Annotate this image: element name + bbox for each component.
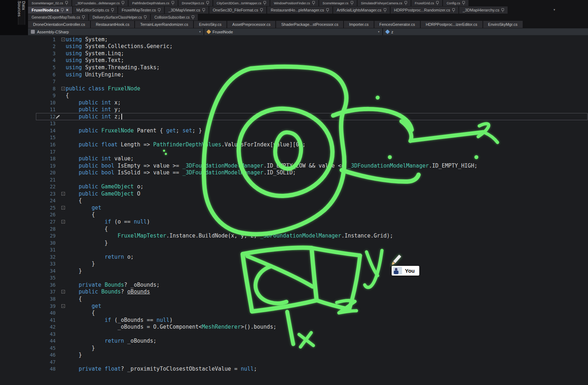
tab-myeditorscripts-cs[interactable]: MyEditorScripts.cs <box>73 6 117 14</box>
tab-scenemanager-cs[interactable]: SceneManager.cs <box>319 0 357 6</box>
tab-artificiallightsmanager-cs[interactable]: ArtificialLightsManager.cs <box>333 6 390 14</box>
code-line-26[interactable]: 26 { <box>0 211 588 219</box>
pin-icon[interactable] <box>312 1 315 5</box>
fold-collapse-icon[interactable]: - <box>61 192 65 196</box>
code-line-31[interactable]: 31 <box>0 246 588 253</box>
line-number[interactable]: 12 <box>0 114 56 119</box>
tab-importer-cs[interactable]: Importer.cs <box>344 21 373 28</box>
code-line-11[interactable]: 11 public int y; <box>0 106 588 113</box>
line-number[interactable]: 37 <box>0 289 56 295</box>
line-number[interactable]: 18 <box>0 156 56 161</box>
code-line-18[interactable]: 18 public int value; <box>0 155 588 162</box>
line-number[interactable]: 33 <box>0 261 56 267</box>
code-line-16[interactable]: 16 public float Length => PathfinderDept… <box>0 141 588 148</box>
tab-fencesgenerator-cs[interactable]: FencesGenerator.cs <box>374 21 420 28</box>
line-number[interactable]: 34 <box>0 268 56 274</box>
tab-restauranthook-cs[interactable]: RestaurantHook.cs <box>91 21 135 28</box>
line-number[interactable]: 10 <box>0 100 56 105</box>
code-line-27[interactable]: 27- if (o == null) <box>0 218 588 225</box>
tab-scenemanager-02-cs[interactable]: SceneManager_02.cs <box>28 0 71 6</box>
line-number[interactable]: 44 <box>0 338 56 344</box>
pin-icon[interactable] <box>501 8 504 12</box>
tab-droneobject-cs[interactable]: DroneObject.cs <box>178 0 213 6</box>
fold-collapse-icon[interactable]: - <box>61 220 65 224</box>
line-number[interactable]: 1 <box>0 37 56 42</box>
tab-config-cs[interactable]: Config.cs <box>443 0 468 6</box>
code-line-20[interactable]: 20 public bool IsSolid => value == _3DFo… <box>0 169 588 176</box>
line-number[interactable]: 40 <box>0 310 56 316</box>
pin-icon[interactable] <box>326 8 329 12</box>
tab-envirosky-cs[interactable]: EnviroSky.cs <box>194 21 227 28</box>
pin-icon[interactable] <box>206 1 209 5</box>
line-number[interactable]: 11 <box>0 107 56 112</box>
line-number[interactable]: 31 <box>0 247 56 253</box>
tab-terrainlayerrandomizer-cs[interactable]: TerrainLayerRandomizer.cs <box>135 21 193 28</box>
code-line-46[interactable]: 46 } <box>0 352 588 359</box>
line-number[interactable]: 47 <box>0 359 56 365</box>
pin-icon[interactable] <box>263 1 266 5</box>
line-number[interactable]: 2 <box>0 43 56 49</box>
code-line-22[interactable]: 22 public GameObject o; <box>0 183 588 190</box>
line-number[interactable]: 28 <box>0 226 56 232</box>
line-number[interactable]: 15 <box>0 135 56 140</box>
code-line-43[interactable]: 43 <box>0 330 588 338</box>
code-line-42[interactable]: 42 _oBounds = O.GetComponent<MeshRendere… <box>0 323 588 330</box>
code-line-7[interactable]: 7 <box>0 78 588 85</box>
pin-icon[interactable] <box>404 1 407 5</box>
code-line-12[interactable]: 12 public int z; <box>0 113 588 120</box>
code-line-35[interactable]: 35 <box>0 274 588 282</box>
pin-icon[interactable] <box>350 1 353 5</box>
line-number[interactable]: 29 <box>0 233 56 239</box>
code-line-3[interactable]: 3using System.Linq; <box>0 50 588 57</box>
pin-icon[interactable] <box>65 1 68 5</box>
pin-icon[interactable] <box>452 8 455 12</box>
type-dropdown[interactable]: FruxelNode ▾ <box>204 28 382 35</box>
tab-hdrppostproc-randomizer-cs[interactable]: HDRPPostproc...Randomizer.cs <box>391 6 459 14</box>
code-line-14[interactable]: 14 public FruxelNode Parent { get; set; … <box>0 127 588 134</box>
tab--3dmaphierarchy-cs[interactable]: _3DMapHierarchy.cs <box>459 6 508 14</box>
code-line-28[interactable]: 28 { <box>0 225 588 233</box>
tab-fruxelmaptester-cs[interactable]: FruxelMapTester.cs <box>118 6 164 14</box>
tab-generator2exportmaptools-cs[interactable]: Generator2ExportMapTools.cs <box>28 14 88 20</box>
pin-icon[interactable] <box>158 8 160 12</box>
tab-onesec3d-fileformat-cs[interactable]: OneSec3D_FileFormat.cs <box>209 6 267 14</box>
code-line-24[interactable]: 24 { <box>0 197 588 205</box>
line-number[interactable]: 5 <box>0 65 56 70</box>
line-number[interactable]: 7 <box>0 79 56 84</box>
code-line-21[interactable]: 21 <box>0 176 588 183</box>
code-line-45[interactable]: 45 } <box>0 344 588 352</box>
pin-icon[interactable] <box>436 1 439 5</box>
line-number[interactable]: 39 <box>0 303 56 309</box>
line-number[interactable]: 4 <box>0 57 56 63</box>
fold-collapse-icon[interactable]: - <box>61 206 65 210</box>
pin-icon[interactable] <box>202 8 205 12</box>
tab-deliverysurfaceclasshelper-cs[interactable]: DeliverySurfaceClassHelper.cs <box>89 14 150 20</box>
line-number[interactable]: 41 <box>0 317 56 323</box>
line-number[interactable]: 30 <box>0 240 56 246</box>
tab--3dmapviewer-cs[interactable]: _3DMapViewer.cs <box>165 6 208 14</box>
code-line-40[interactable]: 40 { <box>0 309 588 316</box>
line-number[interactable]: 20 <box>0 170 56 175</box>
project-dropdown[interactable]: Assembly-CSharp ▾ <box>28 28 204 35</box>
pin-icon[interactable] <box>462 1 465 5</box>
tab-restaurantho-plemanager-cs[interactable]: RestaurantHo...pleManager.cs <box>267 6 332 14</box>
tab--3dfoundatio-delmanager-cs[interactable]: _3DFoundatio...delManager.cs <box>72 0 128 6</box>
code-line-29[interactable]: 29 FruxelMapTester.Instance.BuildNode(x,… <box>0 232 588 239</box>
code-line-37[interactable]: 37- public Bounds? oBounds <box>0 288 588 296</box>
tab-pathfinderdepthvalues-cs[interactable]: PathfinderDepthValues.cs <box>129 0 177 6</box>
line-number[interactable]: 25 <box>0 205 56 211</box>
line-number[interactable]: 26 <box>0 212 56 217</box>
pin-icon[interactable] <box>260 8 263 12</box>
tab-shaderpackage-stprocessor-cs[interactable]: ShaderPackage...stProcessor.cs <box>276 21 343 28</box>
line-number[interactable]: 45 <box>0 345 56 351</box>
tab-hdrppostproc-izereditor-cs[interactable]: HDRPPostproc...izerEditor.cs <box>421 21 482 28</box>
code-line-1[interactable]: 1-using System; <box>0 36 588 43</box>
line-number[interactable]: 21 <box>0 177 56 183</box>
code-line-10[interactable]: 10 public int x; <box>0 99 588 106</box>
tab-fruxelgrid-cs[interactable]: FruxelGrid.cs <box>411 0 443 6</box>
code-line-33[interactable]: 33 } <box>0 260 588 268</box>
line-number[interactable]: 27 <box>0 219 56 225</box>
member-dropdown[interactable]: z <box>383 28 588 35</box>
code-line-8[interactable]: 8-public class FruxelNode <box>0 85 588 92</box>
line-number[interactable]: 24 <box>0 198 56 203</box>
